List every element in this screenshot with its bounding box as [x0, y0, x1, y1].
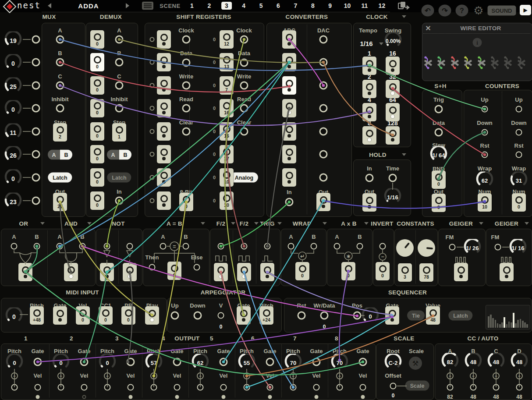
swing-knob[interactable]: 0.00%: [383, 32, 403, 47]
dac-out-port[interactable]: [316, 193, 330, 211]
geiger2-out-port[interactable]: [500, 263, 514, 281]
scene-12-button[interactable]: 12: [379, 2, 386, 9]
dac-bit-port[interactable]: [319, 58, 328, 67]
shift2-stage-port[interactable]: 10: [220, 191, 234, 210]
shift2-clear-port[interactable]: [240, 127, 248, 136]
seq-step-display[interactable]: [486, 305, 530, 329]
clock-dropdown-icon[interactable]: [402, 15, 406, 18]
shift2-stage-port[interactable]: 7: [220, 76, 234, 95]
cc-knob[interactable]: 82: [440, 353, 460, 368]
geiger2-fm-knob[interactable]: 1/ 16: [508, 239, 528, 254]
adc-bit-port[interactable]: [282, 99, 296, 117]
sh-trig-port[interactable]: [435, 105, 443, 113]
shift1-write-in-port[interactable]: [150, 129, 155, 134]
sh-data-port[interactable]: [435, 128, 443, 137]
cc-out-port[interactable]: [516, 384, 523, 391]
geiger1-fm-knob[interactable]: 1/ 26: [462, 239, 482, 254]
scale-root-knob[interactable]: C-2: [383, 354, 403, 368]
axb-b-port[interactable]: [357, 243, 363, 250]
axb-a-port[interactable]: [334, 243, 340, 250]
shift1-write-in-port[interactable]: [150, 83, 155, 88]
demux-out-port[interactable]: 0: [90, 191, 104, 210]
counter-wrap-knob[interactable]: 62: [475, 172, 495, 186]
shift2-stage-port[interactable]: 10: [220, 168, 234, 187]
output-pitch-mod-port[interactable]: +: [336, 372, 343, 379]
demux-ab-toggle[interactable]: AB: [107, 150, 131, 160]
f2b-in-port[interactable]: [241, 243, 248, 250]
and-b-port[interactable]: [79, 243, 86, 250]
midi-cc1-port[interactable]: 0: [99, 306, 113, 325]
shift1-stage-port[interactable]: [157, 99, 171, 117]
wire-editor-wire-5[interactable]: [477, 56, 487, 71]
cc-mod-port[interactable]: +: [470, 372, 477, 379]
wire-editor-wire-8[interactable]: [517, 56, 527, 71]
shift2-analog-button[interactable]: Analog: [230, 173, 258, 183]
constant1-knob[interactable]: [396, 239, 414, 257]
input-knob-out-port[interactable]: [32, 150, 40, 159]
hold-in-port[interactable]: [365, 174, 374, 182]
input-knob[interactable]: 26: [3, 146, 23, 161]
and-out-port[interactable]: [64, 263, 78, 281]
midi-vel-port[interactable]: 0: [76, 306, 90, 325]
counter-num-port[interactable]: 10: [478, 193, 492, 212]
axb-out-port[interactable]: 0: [341, 262, 355, 280]
dac-bit-port[interactable]: [319, 35, 328, 44]
output-pitch-mod-port[interactable]: +: [243, 372, 250, 379]
mux-out-port[interactable]: 25: [53, 193, 67, 211]
input-knob-out-port[interactable]: [32, 104, 40, 113]
aeb-out-port[interactable]: 0: [167, 262, 181, 280]
mux-b-port[interactable]: [56, 58, 64, 67]
counter-up-port[interactable]: [516, 106, 522, 113]
scene-10-button[interactable]: 10: [344, 2, 351, 9]
output-vel-port[interactable]: [128, 384, 134, 391]
shift1-write-port[interactable]: [182, 81, 191, 90]
dac-bit-port[interactable]: [319, 173, 328, 182]
demux-out-port[interactable]: 0: [90, 145, 104, 163]
or-b-port[interactable]: [34, 243, 40, 250]
shift1-stage-port[interactable]: [157, 145, 171, 163]
counter-wrap-knob[interactable]: 31: [509, 172, 529, 186]
demux-out-port[interactable]: 0: [90, 99, 104, 117]
arp-up-port[interactable]: [171, 312, 179, 320]
scene-5-button[interactable]: 5: [259, 2, 263, 9]
wrap-a-port[interactable]: [288, 243, 294, 250]
invert-out-port[interactable]: 0: [376, 262, 390, 280]
demux-latch-button[interactable]: Latch: [107, 173, 131, 183]
output-vel-port[interactable]: [174, 384, 181, 391]
aeb-b-port[interactable]: [183, 243, 189, 250]
mux-c-port[interactable]: [56, 81, 64, 90]
f2a-dropdown-icon[interactable]: [231, 222, 235, 225]
seq-latch-button[interactable]: Latch: [448, 311, 472, 321]
input-knob[interactable]: 11: [3, 124, 23, 138]
constant2-knob[interactable]: [418, 239, 435, 257]
aeb-else-port[interactable]: [194, 264, 200, 271]
help-button[interactable]: ?: [456, 5, 468, 17]
demux-inhibit-port[interactable]: [115, 104, 124, 113]
adc-bit-port[interactable]: [282, 76, 296, 95]
hold-time-knob[interactable]: 1/16: [383, 188, 403, 203]
input-knob-out-port[interactable]: [32, 35, 40, 44]
wrap-b-port[interactable]: [311, 243, 317, 250]
midi-knob[interactable]: 0: [4, 308, 24, 322]
mux-a-port[interactable]: [56, 35, 64, 44]
counter-rst-port[interactable]: [482, 152, 488, 158]
clock-division-port[interactable]: [386, 80, 400, 98]
shift1-stage-port[interactable]: [157, 122, 171, 141]
mux-latch-button[interactable]: Latch: [48, 173, 72, 183]
wire-editor-wire-2[interactable]: [436, 56, 447, 71]
constant2-out-port[interactable]: 78: [419, 263, 433, 282]
shift2-stage-port[interactable]: 13: [220, 53, 234, 71]
shift2-data-port[interactable]: [240, 59, 248, 67]
output-pitch-knob[interactable]: 62: [190, 354, 210, 368]
cc-knob[interactable]: 48: [463, 353, 483, 368]
play-button[interactable]: ▶: [520, 5, 531, 15]
wire-editor-close-icon[interactable]: ✕: [425, 24, 431, 32]
cc-out-port[interactable]: [493, 384, 500, 391]
demux-b-port[interactable]: [115, 58, 124, 67]
demux-step-port[interactable]: 1: [112, 123, 126, 142]
sh-slew-knob[interactable]: 1/ 64: [429, 146, 449, 161]
tempo-value[interactable]: 1/16: [360, 40, 372, 47]
trig-in-port[interactable]: [264, 243, 271, 250]
cc-out-port[interactable]: [470, 384, 477, 391]
output-pitch-mod-port[interactable]: +: [104, 372, 111, 379]
